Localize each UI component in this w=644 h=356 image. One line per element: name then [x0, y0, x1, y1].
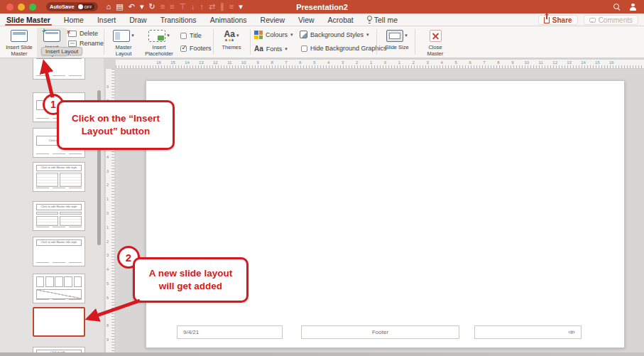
fonts-icon: Aa: [254, 45, 263, 53]
zoom-window-button[interactable]: [29, 4, 36, 11]
autosave-state: OFF: [84, 5, 92, 9]
insert-placeholder-button[interactable]: ▾ Insert Placeholder: [142, 28, 176, 58]
tab-transitions[interactable]: Transitions: [160, 14, 197, 26]
chevron-down-icon: ▾: [236, 33, 239, 38]
colours-dropdown[interactable]: Colours▾: [254, 31, 293, 39]
tab-acrobat[interactable]: Acrobat: [328, 14, 354, 26]
chevron-down-icon: ▾: [167, 33, 170, 38]
quick-access-toolbar: ⌂▤↶▾↻≡≡⊤↓↑⇄∥≡▾: [107, 0, 243, 14]
search-icon[interactable]: [613, 4, 621, 11]
layout-thumbnail-6[interactable]: Click to edit Master title style: [33, 237, 85, 266]
close-master-icon: [430, 30, 442, 42]
undo-icon[interactable]: ↶: [129, 0, 135, 14]
move-down-icon: ↓: [191, 0, 195, 14]
ribbon: Insert Slide Master + InsertLay... Delet…: [0, 26, 644, 58]
slide-size-button[interactable]: ▾ Slide Size: [382, 28, 412, 50]
slide-number-placeholder[interactable]: ‹#›: [474, 325, 582, 339]
layout-thumbnail-8-selected[interactable]: [33, 307, 85, 337]
master-layout-button[interactable]: ▾ Master Layout: [108, 28, 139, 58]
distribute-v-icon: ∥: [220, 0, 224, 14]
fonts-dropdown[interactable]: Aa Fonts▾: [254, 45, 288, 53]
tab-home[interactable]: Home: [64, 14, 84, 26]
tab-insert[interactable]: Insert: [97, 14, 116, 26]
autosave-switch[interactable]: OFF: [77, 4, 94, 10]
insert-placeholder-icon: [148, 30, 165, 42]
chevron-down-icon: ▾: [131, 33, 134, 38]
insert-slide-master-icon: [11, 30, 28, 42]
share-icon: [544, 17, 550, 23]
list-icon: ≡: [229, 0, 234, 14]
slide-editing-area[interactable]: 9/4/21 Footer ‹#›: [146, 80, 625, 348]
lightbulb-icon: [367, 16, 372, 23]
close-master-button[interactable]: Close Master: [420, 28, 450, 58]
align-left-icon: ≡: [160, 0, 165, 14]
horizontal-ruler: 1615141312111098765432101234567891011121…: [116, 60, 644, 69]
chevron-down-icon: ▾: [405, 33, 408, 38]
home-icon[interactable]: ⌂: [107, 0, 111, 14]
autosave-knob: [78, 4, 83, 9]
close-window-button[interactable]: [6, 4, 13, 11]
account-icon[interactable]: [629, 3, 637, 11]
footers-checkbox[interactable]: Footers: [180, 45, 212, 52]
tab-view[interactable]: View: [298, 14, 315, 26]
titlebar: AutoSave OFF ⌂▤↶▾↻≡≡⊤↓↑⇄∥≡▾ Presentation…: [0, 0, 644, 14]
autosave-label: AutoSave: [50, 4, 75, 10]
move-up-icon: ↑: [200, 0, 204, 14]
window-bottom-edge: [0, 352, 644, 356]
insert-slide-master-button[interactable]: Insert Slide Master: [3, 28, 36, 58]
chevron-down-icon: ▾: [290, 32, 293, 38]
background-styles-dropdown[interactable]: Background Styles▾: [300, 31, 369, 38]
text-tool-icon: ⊤: [179, 0, 186, 14]
tab-tell-me[interactable]: Tell me: [367, 14, 398, 26]
window-controls: [6, 4, 36, 11]
insert-layout-icon: +: [43, 30, 60, 42]
tab-animations[interactable]: Animations: [210, 14, 247, 26]
date-placeholder[interactable]: 9/4/21: [177, 325, 283, 339]
step-1-callout: Click on the “InsertLayout” button: [57, 100, 175, 150]
autosave-toggle[interactable]: AutoSave OFF: [46, 2, 98, 11]
share-button[interactable]: Share: [538, 15, 578, 25]
themes-icon: Aa: [224, 30, 235, 41]
undo-dropdown-icon[interactable]: ▾: [140, 0, 144, 14]
ribbon-separator: [376, 29, 377, 55]
checkbox-unchecked-icon: [180, 33, 187, 39]
delete-icon: [68, 31, 77, 37]
checkbox-checked-icon: [180, 45, 187, 52]
tab-review[interactable]: Review: [261, 14, 285, 26]
footer-placeholder[interactable]: Footer: [301, 325, 459, 339]
tab-slide-master[interactable]: Slide Master: [6, 14, 50, 26]
minimize-window-button[interactable]: [18, 4, 25, 11]
ribbon-separator: [104, 29, 104, 55]
ribbon-separator: [250, 29, 251, 55]
layout-thumbnail-5[interactable]: Click to edit Master title style: [33, 201, 85, 231]
checkbox-unchecked-icon: [301, 45, 307, 52]
hide-background-graphics-checkbox[interactable]: Hide Background Graphics: [301, 45, 387, 52]
chevron-down-icon: ▾: [366, 32, 369, 38]
chevron-down-icon: ▾: [285, 46, 288, 52]
redo-icon[interactable]: ↻: [148, 0, 155, 14]
colours-icon: [254, 31, 263, 39]
layout-thumbnail-4[interactable]: Click to edit Master title style: [33, 162, 85, 192]
comments-button[interactable]: Comments: [584, 15, 638, 25]
slide-size-icon: [386, 30, 403, 42]
align-center-icon: ≡: [170, 0, 174, 14]
master-layout-icon: [113, 30, 130, 42]
insert-layout-tooltip: Insert Layout: [41, 47, 82, 55]
layout-thumbnail-7[interactable]: [33, 274, 85, 303]
ribbon-separator: [213, 29, 214, 55]
layout-thumbnail-1[interactable]: Click to edit Master title style: [33, 58, 85, 80]
title-checkbox[interactable]: Title: [180, 32, 202, 39]
rename-icon: [68, 41, 77, 47]
themes-button[interactable]: Aa ▾ Themes: [217, 28, 246, 50]
background-styles-icon: [300, 31, 307, 38]
comment-icon: [589, 18, 596, 23]
distribute-h-icon: ⇄: [209, 0, 215, 14]
ribbon-tabs: Slide Master Home Insert Draw Transition…: [6, 14, 398, 26]
rename-button[interactable]: Rename: [68, 40, 104, 47]
ribbon-separator: [415, 29, 415, 55]
more-commands-icon[interactable]: ▾: [239, 0, 243, 14]
tab-draw[interactable]: Draw: [129, 14, 147, 26]
delete-button[interactable]: Delete: [68, 30, 98, 37]
step-2-callout: A new slide layoutwill get added: [133, 257, 249, 303]
save-icon[interactable]: ▤: [116, 0, 123, 14]
